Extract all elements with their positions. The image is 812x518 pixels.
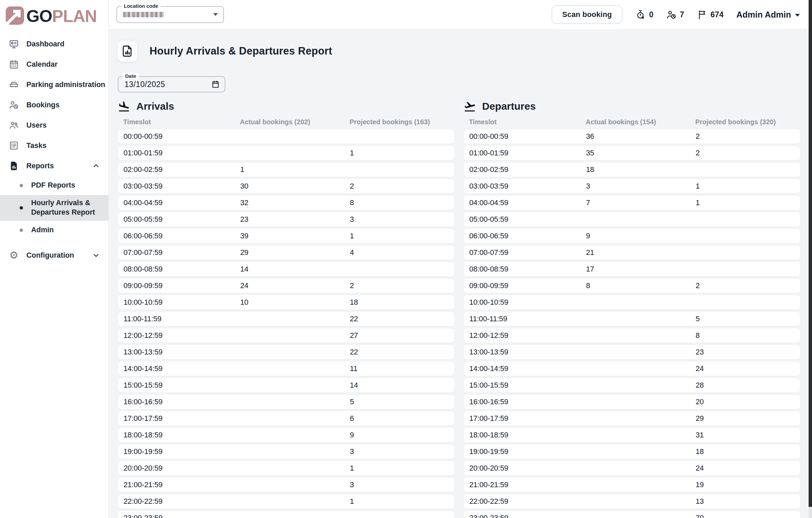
sidebar-item-pdf-reports[interactable]: PDF Reports: [0, 176, 108, 195]
brand-logo[interactable]: GOPLAN: [0, 0, 108, 28]
sidebar-item-calendar[interactable]: Calendar: [0, 54, 108, 74]
sidebar-item-configuration[interactable]: ⚙ Configuration: [0, 245, 108, 265]
timer-x-icon: [635, 9, 646, 20]
timeslot-cell: 18:00-18:59: [118, 431, 235, 439]
timeslot-cell: 07:00-07:59: [118, 248, 235, 257]
pending-bookings-counter[interactable]: 7: [666, 9, 684, 20]
table-row: 22:00-22:5913: [464, 494, 800, 509]
timeslot-cell: 03:00-03:59: [464, 182, 581, 191]
value-cell: 36: [581, 132, 690, 141]
counter-value: 7: [680, 10, 684, 19]
timeslot-cell: 20:00-20:59: [464, 464, 581, 473]
document-chart-icon: [121, 45, 134, 58]
timeslot-cell: 20:00-20:59: [118, 464, 235, 473]
date-input[interactable]: Date 13/10/2025: [118, 76, 225, 92]
value-cell: 2: [690, 132, 800, 141]
value-cell: 2: [344, 182, 454, 191]
timeslot-cell: 06:00-06:59: [118, 232, 235, 240]
value-cell: 14: [344, 381, 454, 390]
timeslot-cell: 06:00-06:59: [464, 232, 581, 240]
car-icon: [9, 80, 19, 90]
goplan-logo-icon: [4, 6, 24, 26]
table-row: 08:00-08:5914: [118, 262, 455, 277]
column-header: Projected bookings (320): [690, 118, 800, 126]
departures-rows: 00:00-00:5936201:00-01:5935202:00-02:591…: [464, 129, 800, 518]
no-show-counter[interactable]: 0: [635, 9, 653, 20]
timeslot-cell: 12:00-12:59: [464, 331, 581, 340]
value-cell: 39: [235, 232, 344, 240]
timeslot-cell: 09:00-09:59: [118, 281, 235, 290]
table-row: 20:00-20:5924: [464, 461, 800, 476]
sidebar: GOPLAN Dashboard Calendar Parking admini…: [0, 0, 109, 518]
sidebar-item-bookings[interactable]: Bookings: [0, 95, 108, 115]
timeslot-cell: 00:00-00:59: [464, 132, 581, 141]
report-sections: Arrivals TimeslotActual bookings (202)Pr…: [118, 99, 800, 518]
table-row: 12:00-12:598: [464, 328, 800, 343]
sidebar-item-parking-administration[interactable]: Parking administration: [0, 74, 108, 95]
value-cell: 20: [690, 397, 800, 406]
table-row: 11:00-11:5922: [118, 311, 455, 326]
sidebar-item-users[interactable]: Users: [0, 115, 108, 135]
value-cell: 14: [235, 265, 344, 274]
value-cell: 70: [690, 514, 800, 518]
sidebar-item-admin[interactable]: Admin: [0, 221, 108, 240]
table-row: 10:00-10:59: [464, 295, 800, 310]
value-cell: 2: [344, 281, 454, 290]
table-row: 20:00-20:591: [118, 461, 455, 476]
timeslot-cell: 23:00-23:59: [118, 514, 235, 518]
value-cell: 8: [581, 281, 690, 290]
user-menu[interactable]: Admin Admin: [736, 10, 800, 20]
table-row: 01:00-01:59352: [464, 146, 800, 160]
value-cell: 1: [344, 464, 454, 473]
value-cell: 28: [690, 381, 800, 390]
value-cell: 10: [235, 298, 344, 307]
value-cell: 32: [235, 198, 344, 207]
scan-booking-button[interactable]: Scan booking: [551, 5, 623, 24]
departures-column-headers: TimeslotActual bookings (154)Projected b…: [464, 118, 800, 126]
sidebar-item-reports[interactable]: Reports: [0, 156, 108, 176]
arrivals-section: Arrivals TimeslotActual bookings (202)Pr…: [118, 99, 455, 518]
location-code-select[interactable]: Location code: [116, 6, 224, 23]
plane-landing-icon: [118, 100, 130, 113]
table-row: 21:00-21:593: [118, 477, 455, 492]
table-row: 07:00-07:59294: [118, 245, 455, 260]
table-row: 00:00-00:59362: [464, 129, 800, 144]
sidebar-subitem-label: Hourly Arrivals & Departures Report: [31, 198, 102, 217]
table-row: 13:00-13:5923: [464, 345, 800, 360]
sidebar-item-dashboard[interactable]: Dashboard: [0, 34, 108, 54]
timeslot-cell: 08:00-08:59: [464, 265, 581, 274]
sidebar-item-tasks[interactable]: Tasks: [0, 135, 108, 156]
table-row: 19:00-19:5918: [464, 444, 800, 459]
table-row: 06:00-06:59391: [118, 229, 455, 243]
value-cell: 5: [344, 397, 454, 406]
page-scrollbar-track[interactable]: [809, 0, 812, 518]
column-header: Actual bookings (154): [580, 118, 690, 126]
timeslot-cell: 02:00-02:59: [118, 165, 235, 174]
counter-value: 674: [710, 10, 723, 19]
sidebar-nav: Dashboard Calendar Parking administratio…: [0, 34, 108, 265]
section-title: Departures: [482, 101, 536, 112]
timeslot-cell: 19:00-19:59: [118, 447, 235, 456]
table-row: 09:00-09:59242: [118, 278, 455, 293]
timeslot-cell: 13:00-13:59: [464, 348, 581, 357]
sidebar-item-hourly-arrivals-departures-report[interactable]: Hourly Arrivals & Departures Report: [0, 195, 108, 221]
timeslot-cell: 11:00-11:59: [464, 315, 581, 323]
calendar-picker-icon: [211, 80, 220, 89]
section-title: Arrivals: [136, 101, 174, 112]
timeslot-cell: 15:00-15:59: [464, 381, 581, 390]
value-cell: 27: [344, 331, 454, 340]
gear-icon: ⚙: [9, 250, 19, 260]
timeslot-cell: 00:00-00:59: [118, 132, 235, 141]
table-row: 14:00-14:5924: [464, 361, 800, 376]
table-row: 17:00-17:5929: [464, 411, 800, 426]
page-scrollbar-thumb[interactable]: [809, 0, 812, 507]
table-row: 23:00-23:5970: [464, 511, 800, 518]
value-cell: 23: [235, 215, 344, 224]
timeslot-cell: 05:00-05:59: [464, 215, 581, 224]
flagged-counter[interactable]: 674: [697, 9, 723, 20]
table-row: 16:00-16:5920: [464, 394, 800, 409]
value-cell: 17: [581, 265, 690, 274]
timeslot-cell: 04:00-04:59: [464, 198, 581, 207]
timeslot-cell: 08:00-08:59: [118, 265, 235, 274]
value-cell: 11: [344, 364, 454, 373]
